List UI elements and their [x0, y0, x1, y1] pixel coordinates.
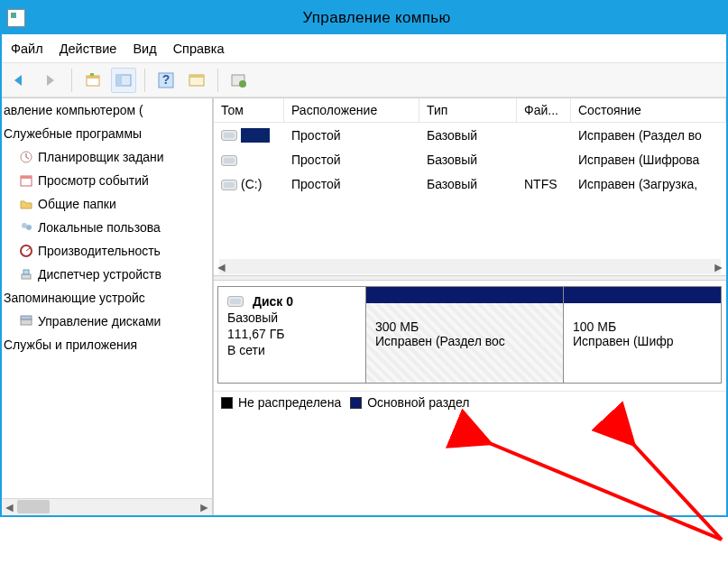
volume-horizontal-scrollbar[interactable]: ◄ ►	[214, 259, 726, 275]
svg-rect-18	[21, 319, 32, 325]
disk-info[interactable]: Диск 0 Базовый 111,67 ГБ В сети	[217, 286, 365, 384]
partition-size: 100 МБ	[573, 319, 712, 334]
scroll-right-icon[interactable]: ►	[197, 500, 212, 515]
nav-services-apps[interactable]: Службы и приложения	[2, 333, 212, 356]
window-title: Управление компью	[32, 9, 721, 27]
nav-disk-management[interactable]: Управление дисками	[2, 310, 212, 333]
legend-swatch	[350, 397, 362, 409]
svg-rect-1	[87, 76, 99, 79]
event-icon	[18, 172, 34, 189]
legend-primary: Основной раздел	[350, 395, 469, 410]
nav-performance[interactable]: Производительность	[2, 239, 212, 263]
disk-type: Базовый	[227, 310, 356, 325]
nav-local-users[interactable]: Локальные пользова	[2, 216, 212, 239]
nav-device-manager[interactable]: Диспетчер устройств	[2, 263, 212, 286]
menu-help[interactable]: Справка	[173, 42, 225, 56]
mmc-window: Управление компью Файл Действие Вид Спра…	[0, 0, 728, 517]
volume-icon	[221, 130, 237, 141]
svg-rect-12	[21, 176, 32, 179]
nav-tree[interactable]: авление компьютером ( Служебные программ…	[2, 98, 214, 515]
partition-header-bar	[564, 287, 721, 303]
workspace: авление компьютером ( Служебные программ…	[2, 97, 726, 515]
volume-row[interactable]: Простой Базовый Исправен (Раздел во	[214, 123, 726, 147]
partition-size: 300 МБ	[375, 319, 554, 334]
toolbar-separator	[71, 69, 72, 92]
up-button[interactable]	[80, 68, 106, 93]
perf-icon	[18, 243, 34, 259]
volume-list[interactable]: Простой Базовый Исправен (Раздел во Прос…	[214, 123, 726, 259]
refresh-button[interactable]	[226, 68, 252, 93]
scroll-left-icon[interactable]: ◄	[214, 259, 229, 274]
partition-status: Исправен (Раздел вос	[375, 334, 554, 348]
menu-bar: Файл Действие Вид Справка	[2, 34, 726, 63]
svg-rect-7	[189, 75, 204, 78]
col-status[interactable]: Состояние	[571, 98, 726, 122]
volume-row[interactable]: Простой Базовый Исправен (Шифрова	[214, 147, 726, 171]
users-icon	[18, 219, 34, 236]
scroll-thumb[interactable]	[17, 500, 50, 513]
partition-status: Исправен (Шифр	[573, 334, 712, 348]
volume-header: Том Расположение Тип Фай... Состояние	[214, 98, 726, 123]
title-bar[interactable]: Управление компью	[2, 2, 726, 34]
col-volume[interactable]: Том	[214, 98, 284, 122]
nav-task-scheduler[interactable]: Планировщик задани	[2, 145, 212, 169]
nav-body: авление компьютером ( Служебные программ…	[2, 98, 212, 498]
svg-rect-3	[116, 75, 122, 86]
svg-point-9	[239, 80, 246, 88]
toolbar: ?	[2, 63, 726, 97]
disk-graphical-view: Диск 0 Базовый 111,67 ГБ В сети 300 МБ И…	[214, 281, 726, 391]
nav-system-tools[interactable]: Служебные программы	[2, 122, 212, 145]
disk-icon	[18, 313, 34, 329]
nav-shared-folders[interactable]: Общие папки	[2, 192, 212, 216]
clock-icon	[18, 149, 34, 165]
svg-rect-16	[22, 274, 31, 279]
device-icon	[18, 266, 34, 282]
menu-view[interactable]: Вид	[133, 42, 156, 56]
menu-file[interactable]: Файл	[11, 42, 43, 56]
svg-rect-17	[23, 270, 29, 274]
nav-horizontal-scrollbar[interactable]: ◄ ►	[2, 498, 212, 515]
disk-name: Диск 0	[253, 294, 293, 309]
app-icon	[7, 9, 25, 27]
toolbar-separator	[144, 69, 145, 92]
nav-storage[interactable]: Запоминающие устройс	[2, 286, 212, 310]
volume-icon	[221, 155, 237, 166]
col-type[interactable]: Тип	[419, 98, 517, 122]
nav-event-viewer[interactable]: Просмотр событий	[2, 169, 212, 192]
partition-block[interactable]: 300 МБ Исправен (Раздел вос	[365, 286, 564, 384]
help-button[interactable]: ?	[153, 68, 179, 93]
show-hide-tree-button[interactable]	[111, 68, 136, 93]
partition-block[interactable]: 100 МБ Исправен (Шифр	[564, 286, 722, 384]
folder-icon	[18, 196, 34, 212]
partition-header-bar	[366, 287, 563, 303]
menu-action[interactable]: Действие	[60, 42, 117, 56]
selection-highlight	[241, 128, 270, 143]
disk-state: В сети	[227, 343, 356, 357]
back-button[interactable]	[7, 68, 32, 93]
legend-unallocated: Не распределена	[221, 395, 341, 410]
col-filesystem[interactable]: Фай...	[517, 98, 571, 122]
disk-size: 111,67 ГБ	[227, 327, 356, 341]
forward-button[interactable]	[38, 68, 63, 93]
disk-icon	[227, 296, 244, 307]
toolbar-separator	[217, 69, 218, 92]
properties-button[interactable]	[184, 68, 209, 93]
svg-point-14	[26, 225, 32, 230]
legend: Не распределена Основной раздел	[214, 391, 726, 417]
col-layout[interactable]: Расположение	[284, 98, 419, 122]
scroll-right-icon[interactable]: ►	[711, 259, 726, 274]
volume-icon	[221, 180, 237, 190]
content-pane: Том Расположение Тип Фай... Состояние Пр…	[214, 98, 726, 515]
svg-text:?: ?	[162, 72, 170, 87]
nav-root[interactable]: авление компьютером (	[2, 98, 212, 122]
scroll-left-icon[interactable]: ◄	[2, 500, 17, 515]
volume-row[interactable]: (C:) Простой Базовый NTFS Исправен (Загр…	[214, 171, 726, 196]
legend-swatch	[221, 397, 233, 409]
svg-rect-19	[21, 316, 32, 319]
